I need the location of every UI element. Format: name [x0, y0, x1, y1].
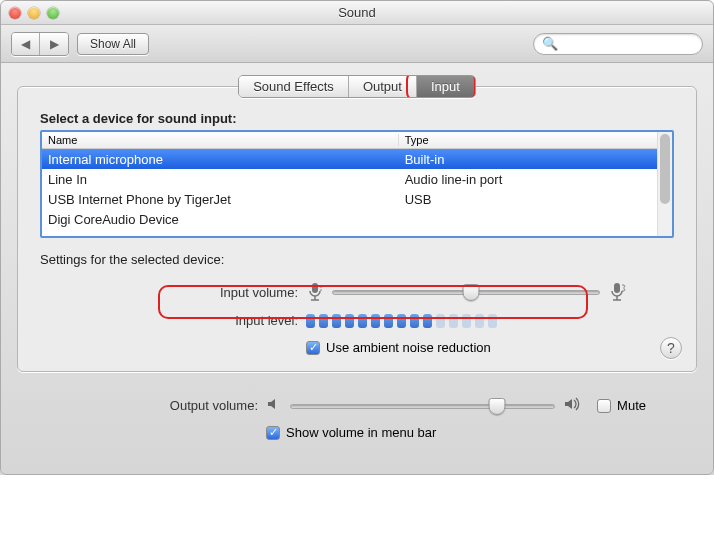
sound-prefpane-window: Sound ◀ ▶ Show All 🔍 Sound Effects	[0, 0, 714, 475]
close-button[interactable]	[9, 7, 21, 19]
show-all-button[interactable]: Show All	[77, 33, 149, 55]
level-segment	[462, 314, 471, 328]
table-row[interactable]: Line In Audio line-in port	[42, 169, 657, 189]
mute-label: Mute	[617, 398, 646, 413]
level-segment	[449, 314, 458, 328]
tabs-wrap: Sound Effects Output Input	[17, 75, 697, 98]
toolbar: ◀ ▶ Show All 🔍	[1, 25, 713, 63]
search-input[interactable]	[564, 37, 714, 51]
forward-button[interactable]: ▶	[40, 33, 68, 55]
level-segment	[423, 314, 432, 328]
svg-point-10	[622, 290, 624, 292]
content: Sound Effects Output Input Select a devi…	[1, 63, 713, 474]
svg-point-8	[622, 284, 624, 286]
tab-sound-effects[interactable]: Sound Effects	[239, 76, 349, 97]
svg-point-9	[623, 287, 625, 289]
tabs: Sound Effects Output Input	[238, 75, 476, 98]
output-volume-label: Output volume:	[68, 398, 258, 413]
input-level-row: Input level:	[40, 313, 674, 328]
search-field[interactable]: 🔍	[533, 33, 703, 55]
scrollbar-thumb[interactable]	[660, 134, 670, 204]
tab-label: Input	[431, 79, 460, 94]
col-name[interactable]: Name	[42, 134, 399, 146]
device-name: Internal microphone	[42, 152, 399, 167]
level-segment	[319, 314, 328, 328]
traffic-lights	[9, 7, 59, 19]
slider-thumb[interactable]	[463, 284, 480, 301]
input-volume-slider[interactable]	[332, 283, 600, 301]
ambient-checkbox[interactable]: ✓	[306, 341, 320, 355]
svg-point-11	[624, 285, 626, 287]
menubar-row: ✓ Show volume in menu bar	[47, 425, 667, 440]
menubar-checkbox[interactable]: ✓	[266, 426, 280, 440]
ambient-label: Use ambient noise reduction	[326, 340, 491, 355]
level-segment	[358, 314, 367, 328]
slider-track	[290, 404, 555, 409]
tab-input[interactable]: Input	[417, 76, 475, 97]
input-volume-label: Input volume:	[88, 285, 298, 300]
level-segment	[410, 314, 419, 328]
speaker-low-icon	[266, 396, 282, 415]
svg-point-12	[624, 289, 626, 291]
tab-output[interactable]: Output	[349, 76, 417, 97]
device-heading: Select a device for sound input:	[40, 111, 674, 126]
level-segment	[397, 314, 406, 328]
zoom-button[interactable]	[47, 7, 59, 19]
input-groupbox: Select a device for sound input: Name Ty…	[17, 86, 697, 372]
device-table-body: Name Type Internal microphone Built-in L…	[42, 132, 657, 236]
back-button[interactable]: ◀	[12, 33, 40, 55]
svg-point-4	[320, 289, 322, 291]
table-row[interactable]: Digi CoreAudio Device	[42, 209, 657, 229]
input-level-label: Input level:	[88, 313, 298, 328]
menubar-label: Show volume in menu bar	[286, 425, 436, 440]
mute-row: Mute	[597, 398, 646, 413]
device-scrollbar[interactable]	[657, 132, 672, 236]
input-volume-control	[306, 281, 626, 303]
output-section: Output volume: Mute	[17, 372, 697, 458]
level-segment	[475, 314, 484, 328]
output-volume-control: Mute	[266, 396, 646, 415]
slider-thumb[interactable]	[488, 398, 505, 415]
mute-checkbox[interactable]	[597, 399, 611, 413]
window-title: Sound	[1, 5, 713, 20]
device-name: USB Internet Phone by TigerJet	[42, 192, 399, 207]
help-button[interactable]: ?	[660, 337, 682, 359]
input-volume-row: Input volume:	[40, 281, 674, 303]
show-all-label: Show All	[90, 37, 136, 51]
mic-high-icon	[608, 281, 626, 303]
help-icon: ?	[667, 340, 675, 356]
settings-heading: Settings for the selected device:	[40, 252, 674, 267]
mic-low-icon	[306, 281, 324, 303]
level-segment	[488, 314, 497, 328]
tab-label: Sound Effects	[253, 79, 334, 94]
ambient-checkbox-row: ✓ Use ambient noise reduction	[306, 340, 626, 355]
titlebar: Sound	[1, 1, 713, 25]
minimize-button[interactable]	[28, 7, 40, 19]
back-icon: ◀	[21, 37, 30, 51]
table-row[interactable]: Internal microphone Built-in	[42, 149, 657, 169]
nav-seg: ◀ ▶	[11, 32, 69, 56]
level-segment	[371, 314, 380, 328]
device-name: Line In	[42, 172, 399, 187]
device-type: Audio line-in port	[399, 172, 657, 187]
level-segment	[384, 314, 393, 328]
device-type: Built-in	[399, 152, 657, 167]
search-icon: 🔍	[542, 36, 558, 51]
svg-point-3	[320, 286, 322, 288]
svg-rect-5	[614, 283, 620, 293]
input-level-meter	[306, 314, 626, 328]
device-type: USB	[399, 192, 657, 207]
menubar-checkbox-row: ✓ Show volume in menu bar	[266, 425, 646, 440]
table-row[interactable]: USB Internet Phone by TigerJet USB	[42, 189, 657, 209]
level-meter	[306, 314, 497, 328]
col-type[interactable]: Type	[399, 134, 657, 146]
output-volume-slider[interactable]	[290, 397, 555, 415]
level-segment	[436, 314, 445, 328]
device-table: Name Type Internal microphone Built-in L…	[40, 130, 674, 238]
level-segment	[345, 314, 354, 328]
check-icon: ✓	[309, 342, 318, 353]
svg-rect-0	[312, 283, 318, 293]
device-name: Digi CoreAudio Device	[42, 212, 399, 227]
tab-label: Output	[363, 79, 402, 94]
device-header: Name Type	[42, 132, 657, 149]
